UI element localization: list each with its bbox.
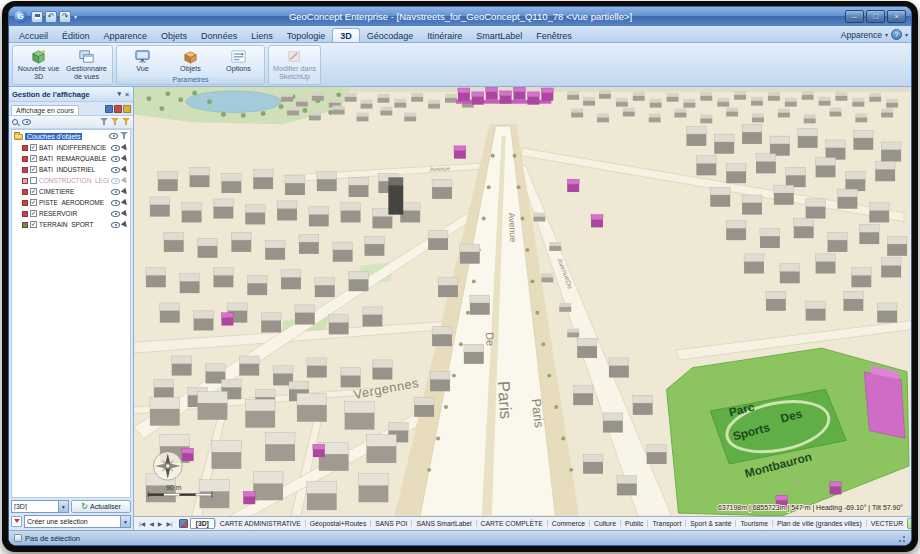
close-button[interactable]: ×	[887, 10, 906, 23]
layer-row[interactable]: ✓ TERRAIN_SPORT	[12, 219, 130, 230]
visibility-eye-icon[interactable]	[111, 200, 120, 206]
visibility-eye-icon[interactable]	[111, 211, 120, 217]
visibility-eye-icon[interactable]	[111, 156, 120, 162]
view-tab[interactable]: CARTE COMPLÈTE	[476, 520, 547, 527]
panel-menu-icon[interactable]: ▾	[116, 90, 122, 98]
layer-row[interactable]: ✓ CIMETIERE	[12, 186, 130, 197]
views-manager-button[interactable]: Gestionnaire de vues	[63, 47, 110, 82]
view-tab-3d[interactable]: [3D]	[190, 518, 215, 529]
visibility-eye-icon[interactable]	[111, 222, 120, 228]
ribbon-tab-donnees[interactable]: Données	[194, 29, 244, 42]
ribbon-tab-fenetres[interactable]: Fenêtres	[529, 29, 579, 42]
chevron-down-icon[interactable]: ▾	[905, 31, 908, 38]
redo-icon[interactable]: ↷	[59, 11, 71, 23]
layer-checkbox[interactable]: ✓	[30, 166, 37, 173]
ribbon-tab-accueil[interactable]: Accueil	[12, 29, 55, 42]
nav-prev-button[interactable]: ◀	[147, 520, 156, 527]
vue-button[interactable]: Vue	[119, 47, 166, 74]
legend-view-icon[interactable]	[123, 105, 131, 113]
geoconcept-logo-icon[interactable]: G	[14, 10, 27, 23]
visibility-eye-icon[interactable]	[111, 145, 120, 151]
new-3d-view-button[interactable]: Nouvelle vue 3D	[15, 47, 62, 82]
view-tab[interactable]: SANS POI	[370, 520, 411, 527]
ribbon-tab-edition[interactable]: Édition	[55, 29, 97, 42]
visibility-eye-icon[interactable]	[111, 189, 120, 195]
select-cursor-icon[interactable]	[121, 220, 129, 228]
layer-checkbox[interactable]	[30, 177, 37, 184]
layers-view-icon[interactable]	[114, 105, 122, 113]
view-tab[interactable]: CARTE ADMINISTRATIVE	[215, 520, 305, 527]
visibility-eye-icon[interactable]	[111, 178, 120, 184]
ribbon-tab-itineraire[interactable]: Itinéraire	[420, 29, 469, 42]
nav-next-button[interactable]: ▶	[156, 520, 165, 527]
layer-checkbox[interactable]: ✓	[30, 210, 37, 217]
visibility-eye-icon[interactable]	[22, 119, 31, 125]
layer-row[interactable]: ✓ BATI_INDUSTRIEL	[12, 164, 130, 175]
select-cursor-icon[interactable]	[121, 143, 129, 151]
layers-root-row[interactable]: Couches d'objets	[12, 130, 130, 142]
help-icon[interactable]: ?	[891, 29, 902, 40]
ribbon-tab-apparence[interactable]: Apparence	[97, 29, 155, 42]
apparence-menu[interactable]: Apparence	[841, 30, 882, 40]
filter-funnel-icon[interactable]	[100, 118, 108, 126]
ribbon-tab-geocodage[interactable]: Géocodage	[360, 29, 421, 42]
view-tab[interactable]: Transport	[647, 520, 685, 527]
ribbon-tab-3d[interactable]: 3D	[332, 28, 360, 42]
save-icon[interactable]	[31, 11, 43, 23]
refresh-button[interactable]: ↻ Actualiser	[71, 500, 131, 513]
view-tab[interactable]: Sport & santé	[685, 520, 735, 527]
filter-funnel-icon[interactable]	[120, 132, 128, 140]
resize-grip[interactable]	[896, 533, 906, 543]
layer-row[interactable]: CONSTRUCTION_LEGERE	[12, 175, 130, 186]
map-3d-viewport[interactable]: Avenue De Paris Paris Avenue De Avenue V…	[134, 87, 911, 516]
select-cursor-icon[interactable]	[121, 165, 129, 173]
visibility-eye-icon[interactable]	[111, 167, 120, 173]
compass-rose[interactable]	[153, 452, 182, 480]
maximize-button[interactable]: □	[866, 10, 885, 23]
layer-checkbox[interactable]: ✓	[30, 199, 37, 206]
search-icon[interactable]	[12, 119, 18, 125]
layer-checkbox[interactable]: ✓	[30, 188, 37, 195]
filter-funnel-icon[interactable]	[111, 118, 119, 126]
view-tab[interactable]: Plan de ville (grandes villes)	[772, 520, 866, 527]
select-cursor-icon[interactable]	[121, 198, 129, 206]
ribbon-tab-liens[interactable]: Liens	[244, 29, 280, 42]
layer-row[interactable]: ✓ BATI_INDIFFERENCIE	[12, 142, 130, 153]
layer-row[interactable]: ✓ BATI_REMARQUABLE	[12, 153, 130, 164]
view-tab[interactable]: Tourisme	[735, 520, 772, 527]
layer-row[interactable]: ✓ RESERVOIR	[12, 208, 130, 219]
nav-first-button[interactable]: |◀	[137, 520, 147, 527]
panel-close-icon[interactable]: ×	[124, 91, 130, 98]
view-selector[interactable]: [3D] ▾	[11, 500, 69, 513]
ribbon-tab-topologie[interactable]: Topologie	[280, 29, 333, 42]
chevron-down-icon[interactable]: ▾	[885, 31, 888, 38]
view-tab[interactable]: Public	[620, 520, 648, 527]
ribbon-tab-smartlabel[interactable]: SmartLabel	[469, 29, 529, 42]
view-tab[interactable]: Culture	[589, 520, 620, 527]
edit-in-sketchup-button[interactable]: Modifier dans SketchUp	[271, 47, 318, 82]
layer-checkbox[interactable]: ✓	[30, 144, 37, 151]
map-view-icon[interactable]	[105, 105, 113, 113]
visibility-eye-icon[interactable]	[109, 133, 118, 139]
view-tab[interactable]: SANS SmartLabel	[411, 520, 475, 527]
select-cursor-icon[interactable]	[121, 176, 129, 184]
tab-current-display[interactable]: Affichage en cours	[11, 105, 79, 115]
select-cursor-icon[interactable]	[121, 187, 129, 195]
options-button[interactable]: Options	[215, 47, 262, 74]
view-tab[interactable]: Géopostal+Routes	[305, 520, 371, 527]
layer-checkbox[interactable]: ✓	[30, 221, 37, 228]
view-tab[interactable]: Commerce	[547, 520, 589, 527]
select-cursor-icon[interactable]	[121, 154, 129, 162]
nav-last-button[interactable]: ▶|	[164, 520, 174, 527]
selection-combo[interactable]: Créer une sélection ▾	[24, 515, 131, 528]
layer-row[interactable]: ✓ PISTE_AERODROME	[12, 197, 130, 208]
title-bar[interactable]: G ↶ ↷ ▾ GeoConcept Enterprise - [Navstre…	[9, 7, 911, 26]
layer-checkbox[interactable]: ✓	[30, 155, 37, 162]
minimize-button[interactable]: –	[845, 10, 864, 23]
filter-funnel-icon[interactable]	[122, 118, 130, 126]
objets-button[interactable]: Objets	[167, 47, 214, 74]
undo-icon[interactable]: ↶	[45, 11, 57, 23]
view-tab[interactable]: VECTEUR	[866, 520, 907, 527]
select-cursor-icon[interactable]	[121, 209, 129, 217]
ribbon-tab-objets[interactable]: Objets	[154, 29, 194, 42]
